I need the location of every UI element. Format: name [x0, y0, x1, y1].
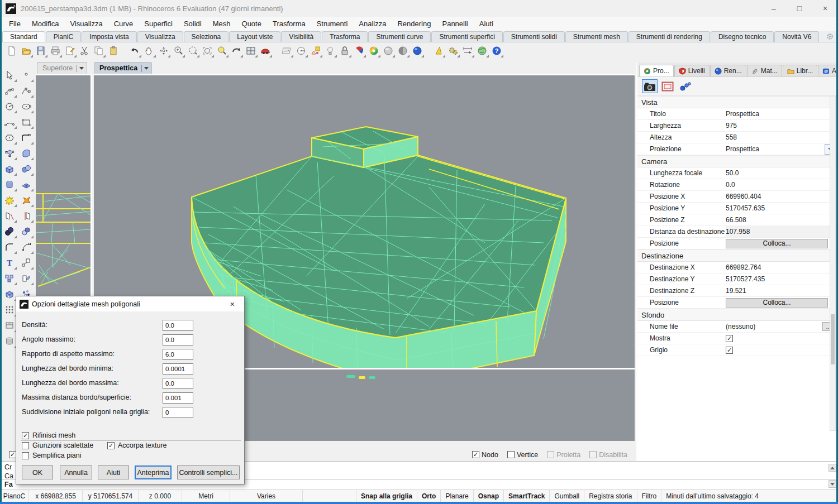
toggle-filtro[interactable]: Filtro	[637, 490, 662, 502]
menu-mesh[interactable]: Mesh	[207, 18, 236, 30]
tool-boolean-union-icon[interactable]	[2, 224, 17, 239]
tool-scale-icon[interactable]	[18, 255, 34, 270]
tool-curve-blend-icon[interactable]	[18, 130, 34, 145]
shaded-view-icon[interactable]	[381, 44, 396, 58]
tool-text-icon[interactable]: T	[2, 255, 17, 270]
close-button[interactable]: ×	[812, 1, 838, 16]
tab-disegno-tecnico[interactable]: Disegno tecnico	[711, 31, 774, 42]
zoom-window-icon[interactable]	[171, 44, 185, 58]
prop-value[interactable]: Prospettica	[726, 145, 825, 153]
tool-control-point-curve-icon[interactable]	[2, 83, 17, 98]
grigio-checkbox[interactable]: ✓	[726, 347, 733, 354]
menu-curve[interactable]: Curve	[108, 18, 139, 30]
panel-tab-livelli[interactable]: Livelli	[674, 65, 710, 76]
command-scroll-up-button[interactable]	[829, 464, 836, 472]
panel-tab-librerie[interactable]: Libr...	[783, 65, 817, 76]
colloca-destinazione-button[interactable]: Colloca...	[726, 298, 828, 308]
tool-rounded-box-icon[interactable]	[2, 286, 17, 301]
prop-value[interactable]: 975	[726, 122, 837, 129]
controlli-semplici-button[interactable]: Controlli semplici...	[177, 465, 240, 479]
prop-value[interactable]: Prospettica	[726, 110, 837, 118]
gears-icon[interactable]	[446, 44, 460, 58]
toggle-snap-griglia[interactable]: Snap alla griglia	[356, 490, 417, 502]
tool-surface-grid-icon[interactable]	[18, 177, 34, 192]
tool-solid-cylinder-icon[interactable]	[2, 177, 17, 192]
toggle-planare[interactable]: Planare	[441, 490, 473, 502]
menu-strumenti[interactable]: Strumenti	[311, 18, 354, 30]
colloca-camera-button[interactable]: Colloca...	[726, 239, 828, 248]
menu-analizza[interactable]: Analizza	[353, 18, 392, 30]
tool-fillet-handles-icon[interactable]	[18, 239, 34, 255]
mostra-checkbox[interactable]: ✓	[726, 335, 733, 342]
giunzioni-checkbox[interactable]	[22, 442, 29, 449]
tool-split-icon[interactable]	[18, 208, 34, 223]
dimension-icon[interactable]	[460, 44, 475, 58]
command-scroll-down-button[interactable]	[829, 480, 836, 488]
object-properties-button[interactable]	[678, 79, 693, 93]
menu-solidi[interactable]: Solidi	[178, 18, 207, 30]
rifinisci-mesh-checkbox[interactable]: ✓	[22, 432, 29, 439]
viewport-menu-chevron-icon[interactable]	[144, 67, 149, 70]
vertice-checkbox[interactable]	[507, 451, 515, 458]
prop-value[interactable]: 5170457.635	[726, 204, 837, 212]
ok-button[interactable]: OK	[22, 465, 53, 479]
menu-modifica[interactable]: Modifica	[26, 18, 64, 30]
anteprima-button[interactable]: Anteprima	[135, 465, 172, 479]
tool-drawer-icon[interactable]	[2, 318, 17, 333]
bordo-massima-input[interactable]	[163, 378, 193, 389]
toggle-osnap[interactable]: Osnap	[474, 490, 504, 502]
prop-value[interactable]: 669960.404	[726, 193, 837, 200]
viewport-tab-prospettica[interactable]: Prospettica	[94, 62, 152, 74]
prop-value[interactable]: 5170527.435	[726, 275, 837, 283]
cut-icon[interactable]	[77, 44, 92, 58]
maximize-button[interactable]: □	[787, 1, 812, 16]
prop-value[interactable]: (nessuno)	[726, 323, 822, 330]
render-pie-icon[interactable]	[352, 44, 366, 58]
panel-tab-materiali[interactable]: Mat...	[747, 65, 782, 76]
annulla-button[interactable]: Annulla	[60, 465, 92, 479]
panel-tab-rendering[interactable]: Ren...	[710, 65, 746, 76]
plan-sheet-icon[interactable]	[279, 44, 294, 58]
tool-point-icon[interactable]	[18, 68, 34, 83]
semplifica-piani-checkbox[interactable]	[22, 452, 29, 459]
color-wheel-icon[interactable]	[366, 44, 381, 58]
tool-trim-icon[interactable]	[2, 208, 17, 223]
rapporto-aspetto-input[interactable]	[163, 349, 193, 360]
shapes-icon[interactable]	[308, 44, 323, 58]
tool-ellipse-icon[interactable]	[18, 99, 34, 114]
prop-value[interactable]: 0.0	[726, 181, 837, 189]
print-icon[interactable]	[48, 44, 63, 58]
tab-visualizza[interactable]: Visualizza	[137, 31, 183, 42]
pan-hand-icon[interactable]	[142, 44, 156, 58]
prop-value[interactable]: 50.0	[726, 169, 837, 177]
menu-aiuti[interactable]: Aiuti	[474, 18, 499, 30]
panel-scrollbar-thumb[interactable]	[831, 314, 835, 364]
accorpa-texture-checkbox[interactable]: ✓	[107, 442, 115, 449]
toggle-registra-storia[interactable]: Registra storia	[584, 490, 637, 502]
tool-explode-icon[interactable]	[2, 193, 17, 208]
copy-icon[interactable]	[92, 44, 106, 58]
tab-strumenti-curve[interactable]: Strumenti curve	[368, 31, 431, 42]
tab-strumenti-mesh[interactable]: Strumenti mesh	[565, 31, 628, 42]
toggle-gumball[interactable]: Gumball	[550, 490, 584, 502]
tool-surface-from-cv-icon[interactable]	[2, 146, 17, 161]
tool-block-group-icon[interactable]	[2, 271, 17, 286]
rotate-view-icon[interactable]	[156, 44, 171, 58]
tab-strumenti-solidi[interactable]: Strumenti solidi	[503, 31, 565, 42]
tab-pianic[interactable]: PianiC	[46, 31, 81, 42]
tab-seleziona[interactable]: Seleziona	[184, 31, 229, 42]
menu-rendering[interactable]: Rendering	[392, 18, 436, 30]
tool-arc-icon[interactable]	[2, 114, 17, 129]
panel-tab-aiuti[interactable]: @ Aiuti	[818, 65, 838, 76]
lock-icon[interactable]	[337, 44, 352, 58]
tool-polygon-icon[interactable]	[2, 130, 17, 145]
car-icon[interactable]	[258, 44, 273, 58]
tab-novita-v6[interactable]: Novità V6	[774, 31, 819, 42]
viewport-layout-icon[interactable]	[244, 44, 258, 58]
dialog-title-bar[interactable]: Opzioni dettagliate mesh poligonali ×	[16, 296, 244, 311]
tool-solid-box-icon[interactable]	[2, 161, 17, 176]
new-file-icon[interactable]	[4, 44, 19, 58]
lamp-icon[interactable]	[323, 44, 337, 58]
paste-icon[interactable]	[106, 44, 121, 58]
menu-pannelli[interactable]: Pannelli	[436, 18, 473, 30]
